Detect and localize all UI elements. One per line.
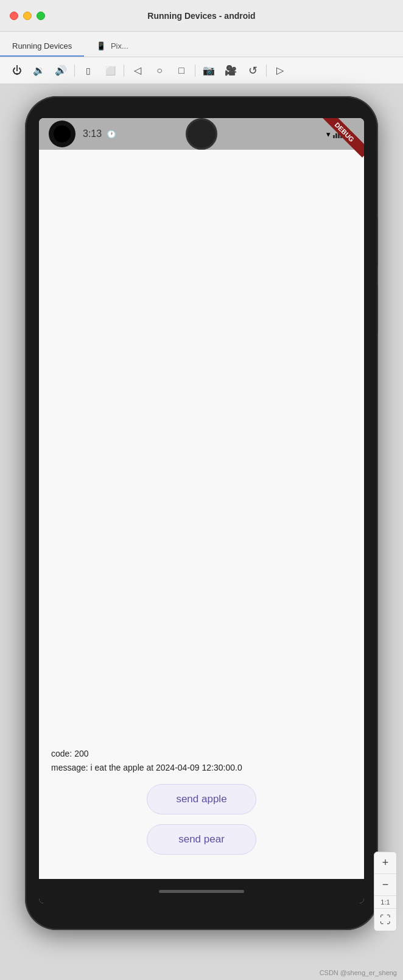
separator-3 <box>195 65 195 77</box>
zoom-fit-button[interactable]: ⛶ <box>374 909 396 931</box>
alarm-icon: 🕐 <box>107 130 116 139</box>
status-time: 3:13 <box>83 128 102 139</box>
phone-device: 3:13 🕐 ▾ 🔋 <box>25 96 378 930</box>
debug-badge: DEBUG <box>321 118 364 158</box>
zoom-controls: + − 1:1 ⛶ <box>374 852 397 931</box>
home-button[interactable]: ○ <box>150 61 169 80</box>
tab-running-devices[interactable]: Running Devices <box>0 37 84 57</box>
status-bar: 3:13 🕐 ▾ 🔋 <box>39 118 364 150</box>
send-apple-button[interactable]: send apple <box>147 784 256 814</box>
tab-pix[interactable]: 📱 Pix... <box>84 37 141 57</box>
rotate-portrait-button[interactable]: ▯ <box>79 61 98 80</box>
home-indicator <box>159 890 244 893</box>
zoom-ratio-label: 1:1 <box>374 896 396 909</box>
response-code: code: 200 <box>51 747 352 760</box>
main-content: 3:13 🕐 ▾ 🔋 <box>0 84 403 980</box>
maximize-button[interactable] <box>37 12 45 20</box>
volume-up-button[interactable]: 🔊 <box>51 61 71 80</box>
minimize-button[interactable] <box>23 12 32 20</box>
separator-4 <box>266 65 267 77</box>
rotate-landscape-button[interactable]: ⬜ <box>100 61 120 80</box>
screenshot-button[interactable]: 📷 <box>199 61 219 80</box>
main-camera-lens <box>186 118 217 150</box>
zoom-out-button[interactable]: − <box>374 874 396 896</box>
toolbar: ⏻ 🔉 🔊 ▯ ⬜ ◁ ○ □ 📷 🎥 ↺ ▷ <box>0 57 403 84</box>
status-bar-center <box>186 118 217 150</box>
home-bar <box>39 879 364 903</box>
app-buttons: send apple send pear <box>51 784 352 855</box>
response-message: message: i eat the apple at 2024-04-09 1… <box>51 761 352 774</box>
record-button[interactable]: 🎥 <box>221 61 240 80</box>
response-area: code: 200 message: i eat the apple at 20… <box>51 747 352 774</box>
app-content: code: 200 message: i eat the apple at 20… <box>39 150 364 879</box>
separator-2 <box>124 65 124 77</box>
back-button[interactable]: ◁ <box>128 61 147 80</box>
phone-screen: 3:13 🕐 ▾ 🔋 <box>39 118 364 903</box>
window-controls <box>10 12 45 20</box>
window-title: Running Devices - android <box>147 11 255 21</box>
camera-lens-inner <box>54 125 71 142</box>
debug-corner: DEBUG <box>321 118 364 161</box>
close-button[interactable] <box>10 12 18 20</box>
side-button-2 <box>377 285 378 334</box>
recents-button[interactable]: □ <box>172 61 191 80</box>
send-pear-button[interactable]: send pear <box>147 824 256 855</box>
rotate-button[interactable]: ↺ <box>243 61 262 80</box>
pix-tab-icon: 📱 <box>96 41 106 51</box>
zoom-in-button[interactable]: + <box>374 852 396 874</box>
volume-down-button[interactable]: 🔉 <box>29 61 49 80</box>
tabs-bar: Running Devices 📱 Pix... <box>0 32 403 57</box>
tab-running-devices-label: Running Devices <box>12 41 72 51</box>
watermark: CSDN @sheng_er_sheng <box>320 969 397 976</box>
front-camera <box>49 121 75 147</box>
tab-pix-label: Pix... <box>111 41 128 51</box>
forward-button[interactable]: ▷ <box>270 61 290 80</box>
status-bar-left: 3:13 🕐 <box>49 121 116 147</box>
side-button-1 <box>377 218 378 267</box>
separator-1 <box>74 65 75 77</box>
title-bar: Running Devices - android <box>0 0 403 32</box>
power-button[interactable]: ⏻ <box>7 61 27 80</box>
